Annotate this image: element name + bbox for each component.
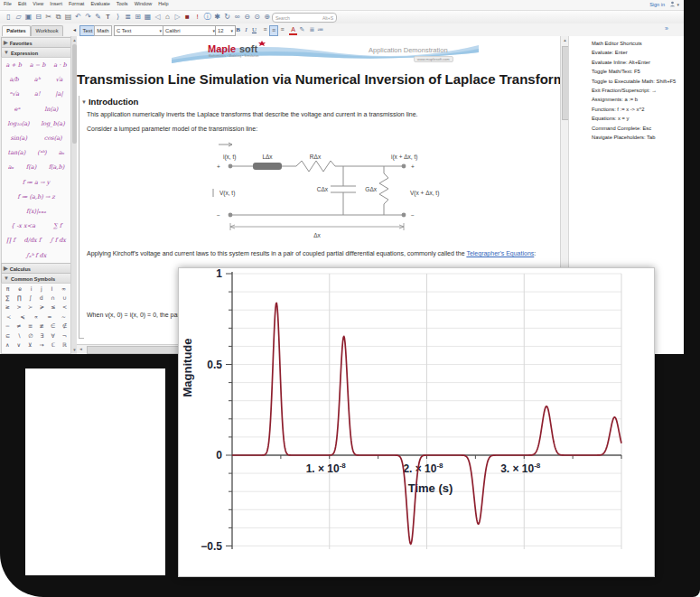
expression-palette-item[interactable]: (ᵃᵇ) bbox=[37, 149, 46, 156]
open-document-icon[interactable]: ▱ bbox=[14, 12, 23, 22]
menu-edit[interactable]: Edit bbox=[18, 1, 26, 6]
toolbar-overflow-button[interactable]: » bbox=[665, 25, 668, 32]
symbol-palette-item[interactable]: ≼ bbox=[20, 313, 24, 320]
menu-view[interactable]: View bbox=[33, 1, 43, 6]
symbol-palette-item[interactable]: ≻ bbox=[28, 303, 33, 310]
expression-palette-item[interactable]: aᵇ bbox=[34, 76, 40, 83]
symbol-palette-item[interactable]: ℂ bbox=[51, 341, 55, 348]
symbol-palette-item[interactable]: ≺ bbox=[6, 313, 11, 320]
symbol-palette-item[interactable]: ∼ bbox=[61, 313, 66, 320]
cut-icon[interactable]: ✂ bbox=[44, 12, 52, 22]
expression-palette-item[interactable]: tan(a) bbox=[8, 149, 26, 156]
maplesoft-url[interactable]: www.maplesoft.com bbox=[414, 56, 453, 62]
restart-icon[interactable]: ↻ bbox=[223, 12, 231, 22]
symbol-palette-item[interactable]: e bbox=[18, 285, 22, 292]
draw-icon[interactable]: ✎ bbox=[94, 12, 102, 22]
expression-palette-item[interactable]: a/b bbox=[10, 76, 19, 83]
symbol-palette-item[interactable]: ≈ bbox=[47, 313, 51, 320]
search-input[interactable]: Search Alt+S bbox=[272, 13, 337, 23]
expression-palette-item[interactable]: f ≔ (a,b) → z bbox=[17, 193, 54, 201]
hyperlink-icon[interactable]: ∞ bbox=[233, 12, 241, 22]
symbol-palette-item[interactable]: ∑ bbox=[5, 294, 9, 301]
symbol-palette-item[interactable]: ≡ bbox=[28, 322, 33, 329]
expression-palette-item[interactable]: d/dx f bbox=[24, 237, 42, 244]
symbol-palette-item[interactable]: I bbox=[51, 285, 52, 292]
expression-palette-item[interactable]: a! bbox=[34, 90, 41, 98]
expression-palette-item[interactable]: a − b bbox=[30, 61, 46, 69]
insert-table-icon[interactable]: ⊞ bbox=[134, 12, 142, 22]
expression-palette-item[interactable]: f(a) bbox=[26, 163, 36, 171]
expression-palette-item[interactable]: f ≔ a → y bbox=[23, 179, 50, 186]
symbol-palette-item[interactable]: d bbox=[40, 294, 43, 301]
forward-icon[interactable]: ▷ bbox=[173, 12, 182, 22]
symbol-palette-item[interactable]: ⊆ bbox=[5, 332, 10, 339]
pencil-annotate-button[interactable]: ✎ bbox=[298, 25, 306, 34]
interrupt-icon[interactable]: ■ bbox=[183, 12, 191, 22]
align-left-button[interactable]: ≡ bbox=[261, 25, 269, 34]
menu-file[interactable]: File bbox=[4, 1, 12, 6]
symbol-palette-item[interactable]: ∈ bbox=[51, 322, 55, 329]
debug-icon[interactable]: ✱ bbox=[213, 12, 221, 22]
menu-evaluate[interactable]: Evaluate bbox=[90, 1, 109, 6]
expression-palette-item[interactable]: a + b bbox=[5, 61, 22, 69]
symbol-palette-item[interactable]: ∀ bbox=[51, 332, 55, 339]
expression-palette-item[interactable]: f(x)|ₓ₌ₐ bbox=[26, 208, 46, 215]
numbered-list-button[interactable]: ≔ bbox=[316, 25, 324, 34]
italic-button[interactable]: I bbox=[242, 25, 250, 34]
symbol-palette-item[interactable]: π bbox=[6, 285, 10, 292]
scroll-left-icon[interactable]: ◄ bbox=[77, 345, 85, 353]
expression-palette-item[interactable]: sin(a) bbox=[10, 135, 27, 142]
zoom-reset-icon[interactable]: ⊙ bbox=[253, 12, 261, 22]
tab-palettes[interactable]: Palettes bbox=[2, 25, 31, 36]
symbol-palette-item[interactable]: ∃ bbox=[41, 332, 44, 339]
palette-collapse-icon[interactable]: ◂ bbox=[73, 26, 76, 33]
style-dropdown[interactable]: C Text ▾ bbox=[114, 25, 164, 36]
zoom-out-icon[interactable]: ⊖ bbox=[243, 12, 251, 22]
align-center-button[interactable]: ≡ bbox=[269, 25, 278, 36]
symbol-palette-item[interactable]: i bbox=[31, 285, 33, 292]
exclamation-icon[interactable]: ! bbox=[193, 12, 201, 22]
info-icon[interactable]: ⓘ bbox=[203, 12, 211, 22]
bold-button[interactable]: B bbox=[234, 25, 242, 34]
symbol-palette-item[interactable]: ∅ bbox=[28, 332, 33, 339]
new-document-icon[interactable]: ▯ bbox=[5, 12, 13, 22]
align-right-button[interactable]: ≡ bbox=[278, 25, 286, 34]
symbol-palette-item[interactable]: ∉ bbox=[62, 322, 67, 329]
symbol-palette-item[interactable]: ∞ bbox=[61, 285, 66, 292]
expression-palette-item[interactable]: a · b bbox=[53, 61, 66, 69]
expression-palette-item[interactable]: cos(a) bbox=[44, 135, 62, 142]
expression-palette-item[interactable]: log_b(a) bbox=[41, 120, 65, 127]
symbol-palette-item[interactable]: ≠ bbox=[16, 322, 21, 329]
symbol-palette-item[interactable]: ∝ bbox=[34, 313, 38, 320]
insert-text-icon[interactable]: T bbox=[104, 12, 112, 22]
font-dropdown[interactable]: Calibri ▾ bbox=[163, 25, 218, 36]
symbol-palette-item[interactable]: ¬ bbox=[62, 332, 67, 339]
expression-palette-item[interactable]: ∫ f dx bbox=[50, 237, 66, 244]
expression-palette-item[interactable]: ∑ f bbox=[53, 222, 61, 229]
symbol-palette-item[interactable]: − bbox=[5, 322, 10, 329]
zoom-in-icon[interactable]: ⊕ bbox=[263, 12, 271, 22]
executable-math-icon[interactable]: ⟩ bbox=[114, 12, 122, 22]
expression-palette-item[interactable]: aₙ bbox=[59, 149, 65, 156]
symbol-palette-item[interactable]: ⊻ bbox=[28, 341, 33, 348]
symbol-palette-item[interactable]: ∏ bbox=[17, 294, 22, 301]
expression-palette-item[interactable]: ∏ f bbox=[6, 237, 15, 244]
symbol-palette-item[interactable]: < bbox=[62, 303, 67, 310]
menu-tools[interactable]: Tools bbox=[117, 1, 128, 6]
symbol-palette-item[interactable]: ∪ bbox=[62, 294, 67, 301]
menu-insert[interactable]: Insert bbox=[50, 1, 62, 6]
expression-palette-item[interactable]: log₁₀(a) bbox=[7, 120, 29, 127]
expression-palette-item[interactable]: ln(a) bbox=[44, 106, 58, 113]
menu-window[interactable]: Window bbox=[135, 1, 153, 6]
home-icon[interactable]: ⌂ bbox=[163, 12, 172, 22]
symbol-palette-item[interactable]: ≥ bbox=[5, 303, 10, 310]
expression-palette-item[interactable]: f(a,b) bbox=[49, 163, 65, 171]
back-icon[interactable]: ◁ bbox=[154, 12, 162, 22]
menu-help[interactable]: Help bbox=[158, 1, 168, 6]
symbol-palette-item[interactable]: ≤ bbox=[51, 303, 55, 310]
expression-palette-item[interactable]: √a bbox=[55, 76, 62, 83]
symbol-palette-item[interactable]: j bbox=[41, 285, 42, 292]
symbol-palette-item[interactable]: ∖ bbox=[17, 332, 21, 339]
expression-palette-item[interactable]: eᵃ bbox=[14, 106, 20, 113]
undo-icon[interactable]: ↶ bbox=[74, 12, 82, 22]
